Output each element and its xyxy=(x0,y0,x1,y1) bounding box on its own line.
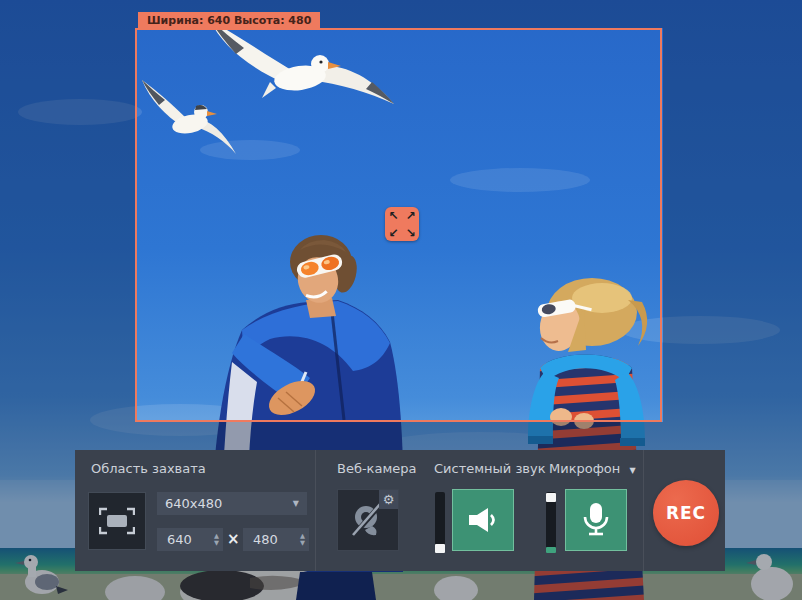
height-spinner[interactable]: 480 ▲ ▼ xyxy=(243,528,309,551)
capture-area-title: Область захвата xyxy=(91,461,206,476)
multiply-sign: × xyxy=(227,530,240,548)
microphone-slider[interactable] xyxy=(546,492,556,553)
system-sound-slider[interactable] xyxy=(435,492,445,553)
height-value: 480 xyxy=(253,532,278,547)
system-sound-title: Системный звук xyxy=(434,461,546,476)
spin-down-icon[interactable]: ▼ xyxy=(214,540,219,547)
microphone-toggle-button[interactable] xyxy=(565,489,627,551)
arrow-nw-icon: ↖ xyxy=(385,207,402,224)
arrow-ne-icon: ↗ xyxy=(402,207,419,224)
arrow-se-icon: ↘ xyxy=(402,224,419,241)
resolution-value: 640x480 xyxy=(165,496,222,511)
microphone-title-text: Микрофон xyxy=(549,461,620,476)
man-lower-body xyxy=(296,572,376,600)
rec-button[interactable]: REC xyxy=(653,480,719,546)
height-spinner-arrows[interactable]: ▲ ▼ xyxy=(300,533,305,546)
panel-divider-1 xyxy=(315,450,316,571)
speaker-icon xyxy=(467,507,499,533)
webcam-settings-button[interactable]: ⚙ xyxy=(379,490,398,509)
chevron-down-icon: ▼ xyxy=(293,499,299,508)
system-sound-slider-handle[interactable] xyxy=(435,544,445,553)
capture-area-button[interactable] xyxy=(88,492,146,550)
width-spinner[interactable]: 640 ▲ ▼ xyxy=(157,528,223,551)
webcam-title: Веб-камера xyxy=(337,461,416,476)
width-value: 640 xyxy=(167,532,192,547)
microphone-icon xyxy=(581,502,611,538)
system-sound-toggle-button[interactable] xyxy=(452,489,514,551)
webcam-toggle-button[interactable]: ⚙ xyxy=(337,489,399,551)
capture-size-label: Ширина: 640 Высота: 480 xyxy=(138,12,320,29)
arrow-sw-icon: ↙ xyxy=(385,224,402,241)
spin-down-icon[interactable]: ▼ xyxy=(300,540,305,547)
control-panel: Область захвата 640x480 ▼ 640 ▲ ▼ × 480 xyxy=(75,450,725,571)
microphone-slider-handle[interactable] xyxy=(546,493,556,502)
move-capture-handle[interactable]: ↖ ↗ ↙ ↘ xyxy=(385,207,419,241)
width-spinner-arrows[interactable]: ▲ ▼ xyxy=(214,533,219,546)
microphone-dropdown-caret-icon[interactable]: ▼ xyxy=(629,466,635,475)
capture-area-icon xyxy=(99,507,135,535)
resolution-dropdown[interactable]: 640x480 ▼ xyxy=(157,492,307,515)
panel-divider-2 xyxy=(643,450,644,571)
gear-icon: ⚙ xyxy=(383,492,395,507)
microphone-title[interactable]: Микрофон ▼ xyxy=(549,461,636,476)
screen-recorder-app: Ширина: 640 Высота: 480 ↖ ↗ ↙ ↘ Область … xyxy=(0,0,802,600)
microphone-level-fill xyxy=(546,547,556,553)
